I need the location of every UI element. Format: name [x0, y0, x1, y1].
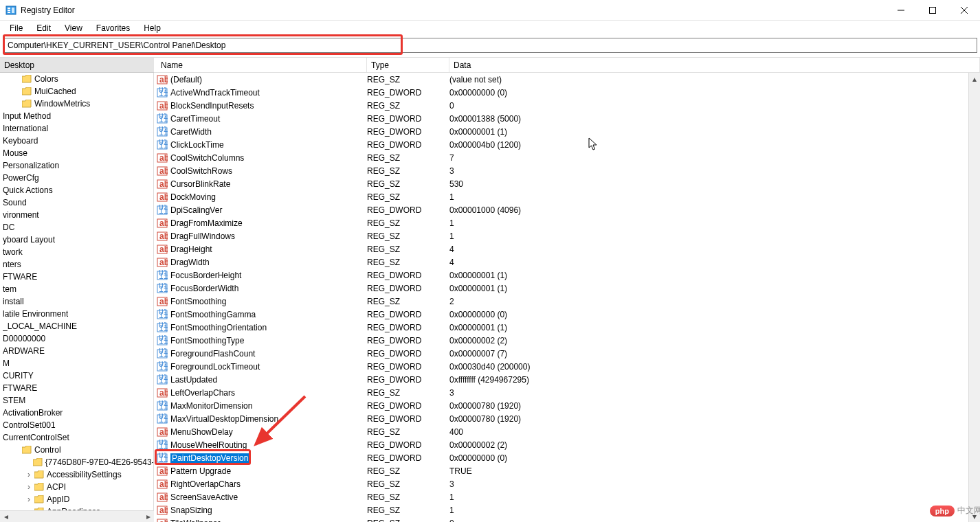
- tree-item[interactable]: twork: [0, 246, 153, 258]
- col-header-name[interactable]: Name: [157, 58, 367, 72]
- menu-edit[interactable]: Edit: [31, 22, 56, 34]
- minimize-button[interactable]: [885, 0, 917, 21]
- tree-item[interactable]: DC: [0, 221, 153, 234]
- col-header-data[interactable]: Data: [449, 58, 980, 72]
- value-type: REG_DWORD: [367, 414, 449, 424]
- tree-item[interactable]: ›AppID: [0, 493, 153, 506]
- value-row[interactable]: abTileWallpaperREG_SZ0: [154, 517, 980, 522]
- tree-header[interactable]: Desktop: [0, 58, 154, 73]
- value-row[interactable]: 011110LastUpdatedREG_DWORD0xffffffff (42…: [154, 373, 980, 386]
- scroll-right-icon[interactable]: ▸: [142, 512, 154, 521]
- value-row[interactable]: ab(Default)REG_SZ(value not set): [154, 73, 980, 86]
- maximize-button[interactable]: [917, 0, 948, 21]
- tree-item[interactable]: FTWARE: [0, 271, 153, 283]
- close-button[interactable]: [948, 0, 980, 21]
- value-row[interactable]: 011110FontSmoothingTypeREG_DWORD0x000000…: [154, 334, 980, 347]
- tree-item[interactable]: M: [0, 357, 153, 370]
- value-row[interactable]: 011110FontSmoothingGammaREG_DWORD0x00000…: [154, 308, 980, 321]
- value-row[interactable]: abScreenSaveActiveREG_SZ1: [154, 490, 980, 503]
- col-header-type[interactable]: Type: [367, 58, 449, 72]
- value-row[interactable]: 011110CaretTimeoutREG_DWORD0x00001388 (5…: [154, 112, 980, 125]
- tree-item[interactable]: tem: [0, 283, 153, 295]
- value-row[interactable]: abSnapSizingREG_SZ1: [154, 503, 980, 517]
- tree-item[interactable]: ControlSet001: [0, 419, 153, 431]
- value-row[interactable]: abRightOverlapCharsREG_SZ3: [154, 477, 980, 490]
- tree-item[interactable]: Sound: [0, 196, 153, 209]
- value-row[interactable]: 011110ForegroundFlashCountREG_DWORD0x000…: [154, 347, 980, 360]
- tree-item[interactable]: ›AccessibilitySettings: [0, 468, 153, 481]
- tree-item[interactable]: STEM: [0, 394, 153, 407]
- value-row[interactable]: abMenuShowDelayREG_SZ400: [154, 425, 980, 438]
- values-list[interactable]: ab(Default)REG_SZ(value not set)011110Ac…: [154, 73, 980, 522]
- value-row[interactable]: abCoolSwitchColumnsREG_SZ7: [154, 151, 980, 164]
- menu-favorites[interactable]: Favorites: [91, 22, 135, 34]
- expander-icon[interactable]: ›: [25, 495, 33, 504]
- tree-item[interactable]: install: [0, 295, 153, 308]
- tree-item[interactable]: Input Method: [0, 110, 153, 122]
- value-row[interactable]: abFontSmoothingREG_SZ2: [154, 295, 980, 308]
- list-scrollbar-vertical[interactable]: ▴ ▾: [968, 73, 980, 522]
- value-data: 4: [449, 245, 980, 254]
- tree-item[interactable]: Personalization: [0, 159, 153, 172]
- tree-item[interactable]: latile Environment: [0, 308, 153, 320]
- value-row[interactable]: 011110ActiveWndTrackTimeoutREG_DWORD0x00…: [154, 86, 980, 99]
- tree-item[interactable]: ARDWARE: [0, 345, 153, 357]
- tree-item[interactable]: Colors: [0, 73, 153, 85]
- value-row[interactable]: 011110MouseWheelRoutingREG_DWORD0x000000…: [154, 438, 980, 451]
- value-row[interactable]: abDragWidthREG_SZ4: [154, 256, 980, 269]
- tree-item[interactable]: CURITY: [0, 370, 153, 382]
- tree-item[interactable]: Quick Actions: [0, 184, 153, 196]
- value-row[interactable]: 011110MaxMonitorDimensionREG_DWORD0x0000…: [154, 399, 980, 412]
- value-row[interactable]: 011110DpiScalingVerREG_DWORD0x00001000 (…: [154, 203, 980, 216]
- scroll-up-icon[interactable]: ▴: [969, 73, 980, 84]
- tree-item[interactable]: International: [0, 122, 153, 135]
- tree-view[interactable]: ColorsMuiCachedWindowMetricsInput Method…: [0, 73, 154, 522]
- tree-item-label: Mouse: [3, 148, 27, 158]
- value-row[interactable]: 011110FocusBorderHeightREG_DWORD0x000000…: [154, 269, 980, 282]
- value-row[interactable]: abLeftOverlapCharsREG_SZ3: [154, 386, 980, 399]
- string-value-icon: ab: [157, 492, 168, 503]
- value-row[interactable]: 011110ClickLockTimeREG_DWORD0x000004b0 (…: [154, 138, 980, 151]
- value-row[interactable]: 011110MaxVirtualDesktopDimensionREG_DWOR…: [154, 412, 980, 425]
- tree-item-label: vironment: [3, 210, 39, 220]
- tree-item[interactable]: MuiCached: [0, 85, 153, 98]
- address-bar[interactable]: Computer\HKEY_CURRENT_USER\Control Panel…: [3, 38, 977, 53]
- tree-item[interactable]: D00000000: [0, 332, 153, 345]
- value-row[interactable]: 011110ForegroundLockTimeoutREG_DWORD0x00…: [154, 360, 980, 373]
- tree-item[interactable]: Keyboard: [0, 135, 153, 147]
- tree-item[interactable]: CurrentControlSet: [0, 431, 153, 444]
- tree-item[interactable]: FTWARE: [0, 382, 153, 394]
- expander-icon[interactable]: ›: [25, 470, 33, 479]
- tree-item[interactable]: _LOCAL_MACHINE: [0, 320, 153, 332]
- tree-item[interactable]: Mouse: [0, 147, 153, 159]
- expander-icon[interactable]: ›: [25, 482, 33, 492]
- value-row[interactable]: 011110PaintDesktopVersionREG_DWORD0x0000…: [154, 451, 980, 464]
- value-row[interactable]: 011110FocusBorderWidthREG_DWORD0x0000000…: [154, 282, 980, 295]
- tree-item[interactable]: WindowMetrics: [0, 98, 153, 110]
- menu-help[interactable]: Help: [138, 22, 166, 34]
- value-row[interactable]: abDragHeightREG_SZ4: [154, 242, 980, 256]
- tree-item[interactable]: ActivationBroker: [0, 407, 153, 419]
- tree-item[interactable]: PowerCfg: [0, 172, 153, 184]
- tree-item[interactable]: {7746D80F-97E0-4E26-9543-26B…: [0, 456, 153, 468]
- value-row[interactable]: abCursorBlinkRateREG_SZ530: [154, 177, 980, 190]
- value-row[interactable]: abDockMovingREG_SZ1: [154, 190, 980, 203]
- value-data: 0x00030d40 (200000): [449, 362, 980, 372]
- tree-scrollbar-horizontal[interactable]: ◂ ▸: [0, 510, 154, 522]
- value-row[interactable]: abDragFullWindowsREG_SZ1: [154, 229, 980, 242]
- tree-item[interactable]: ›ACPI: [0, 481, 153, 493]
- tree-item[interactable]: Control: [0, 444, 153, 456]
- menu-file[interactable]: File: [4, 22, 28, 34]
- menu-view[interactable]: View: [59, 22, 88, 34]
- tree-item[interactable]: vironment: [0, 209, 153, 221]
- tree-item[interactable]: yboard Layout: [0, 234, 153, 246]
- value-row[interactable]: 011110CaretWidthREG_DWORD0x00000001 (1): [154, 125, 980, 138]
- value-row[interactable]: abCoolSwitchRowsREG_SZ3: [154, 164, 980, 177]
- value-row[interactable]: abDragFromMaximizeREG_SZ1: [154, 216, 980, 229]
- tree-item[interactable]: nters: [0, 258, 153, 271]
- value-row[interactable]: abPattern UpgradeREG_SZTRUE: [154, 464, 980, 477]
- value-row[interactable]: 011110FontSmoothingOrientationREG_DWORD0…: [154, 321, 980, 334]
- value-row[interactable]: abBlockSendInputResetsREG_SZ0: [154, 99, 980, 112]
- string-value-icon: ab: [157, 427, 168, 438]
- scroll-left-icon[interactable]: ◂: [0, 512, 12, 521]
